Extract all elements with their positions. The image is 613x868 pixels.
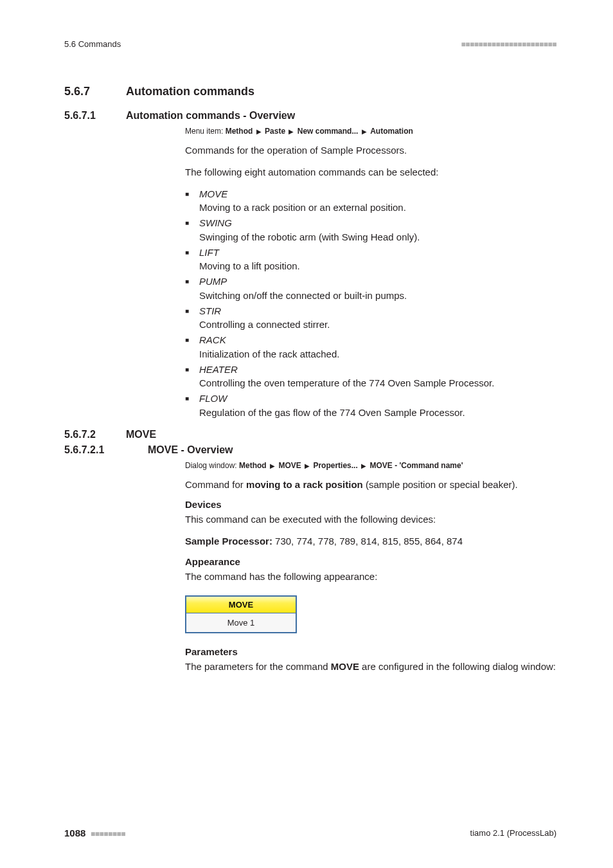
devices-line: This command can be executed with the fo… <box>185 512 556 527</box>
bullet-icon: ■ <box>185 187 199 201</box>
heading-num: 5.6.7.1 <box>64 110 126 122</box>
list-item: ■SWINGSwinging of the robotic arm (with … <box>185 216 556 244</box>
list-item: ■HEATERControlling the oven temperature … <box>185 363 556 391</box>
heading-title: Automation commands - Overview <box>126 110 295 122</box>
page-number: 1088 <box>64 827 85 838</box>
triangle-icon: ▶ <box>287 128 295 135</box>
devices-heading: Devices <box>185 499 556 510</box>
devices-list: Sample Processor: 730, 774, 778, 789, 81… <box>185 534 556 548</box>
list-item: ■MOVEMoving to a rack position or an ext… <box>185 187 556 215</box>
appearance-line: The command has the following appearance… <box>185 570 556 584</box>
parameters-heading: Parameters <box>185 646 556 657</box>
page-footer: 1088 ■■■■■■■■ tiamo 2.1 (ProcessLab) <box>64 827 556 838</box>
bullet-icon: ■ <box>185 246 199 260</box>
list-item: ■LIFTMoving to a lift position. <box>185 246 556 274</box>
move-description: Command for moving to a rack position (s… <box>185 478 556 492</box>
command-list: ■MOVEMoving to a rack position or an ext… <box>185 187 556 420</box>
bullet-icon: ■ <box>185 392 199 406</box>
page-header: 5.6 Commands ■■■■■■■■■■■■■■■■■■■■■■ <box>64 39 556 49</box>
command-box-body: Move 1 <box>186 613 296 632</box>
heading-num: 5.6.7.2 <box>64 429 126 440</box>
triangle-icon: ▶ <box>360 462 368 469</box>
command-box-title: MOVE <box>186 597 296 613</box>
heading-title: MOVE <box>126 429 156 440</box>
header-section-ref: 5.6 Commands <box>64 39 121 49</box>
heading-automation-commands: 5.6.7 Automation commands <box>64 85 556 98</box>
list-item: ■STIRControlling a connected stirrer. <box>185 304 556 332</box>
heading-title: Automation commands <box>126 85 254 98</box>
intro-para-2: The following eight automation commands … <box>185 165 556 179</box>
triangle-icon: ▶ <box>269 462 276 469</box>
intro-para-1: Commands for the operation of Sample Pro… <box>185 143 556 158</box>
bullet-icon: ■ <box>185 363 199 377</box>
triangle-icon: ▶ <box>303 462 311 469</box>
heading-overview: 5.6.7.1 Automation commands - Overview <box>64 110 556 122</box>
header-dots: ■■■■■■■■■■■■■■■■■■■■■■ <box>461 40 556 49</box>
heading-title: MOVE - Overview <box>148 444 233 456</box>
heading-move: 5.6.7.2 MOVE <box>64 429 556 440</box>
bullet-icon: ■ <box>185 304 199 318</box>
list-item: ■PUMPSwitching on/off the connected or b… <box>185 275 556 303</box>
menu-path-1: Menu item: Method ▶ Paste ▶ New command.… <box>185 127 556 136</box>
footer-product: tiamo 2.1 (ProcessLab) <box>470 828 556 838</box>
footer-dots: ■■■■■■■■ <box>91 829 125 838</box>
bullet-icon: ■ <box>185 216 199 230</box>
heading-move-overview: 5.6.7.2.1 MOVE - Overview <box>64 444 556 456</box>
command-appearance-box: MOVE Move 1 <box>185 595 297 633</box>
bullet-icon: ■ <box>185 275 199 289</box>
bullet-icon: ■ <box>185 333 199 347</box>
parameters-line: The parameters for the command MOVE are … <box>185 660 556 674</box>
triangle-icon: ▶ <box>360 128 368 135</box>
appearance-heading: Appearance <box>185 556 556 567</box>
list-item: ■FLOWRegulation of the gas flow of the 7… <box>185 392 556 420</box>
triangle-icon: ▶ <box>255 128 263 135</box>
heading-num: 5.6.7.2.1 <box>64 444 148 456</box>
heading-num: 5.6.7 <box>64 85 126 98</box>
menu-path-2: Dialog window: Method ▶ MOVE ▶ Propertie… <box>185 461 556 470</box>
list-item: ■RACKInitialization of the rack attached… <box>185 333 556 361</box>
